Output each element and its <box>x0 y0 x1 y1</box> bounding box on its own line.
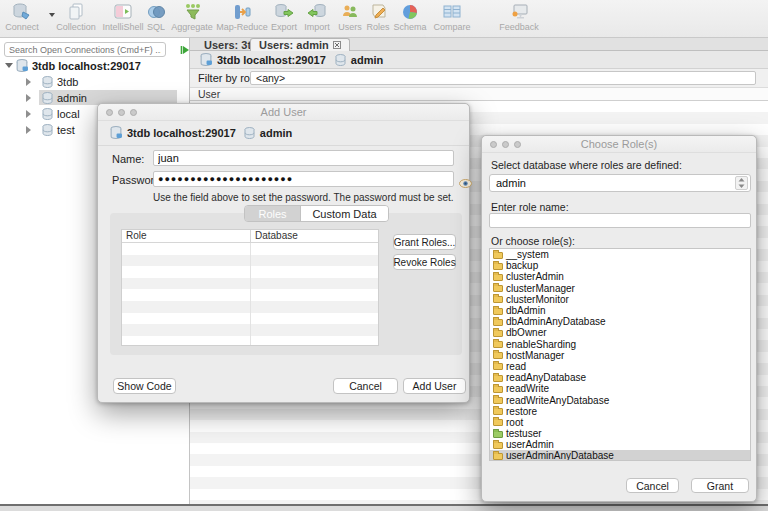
database-label: admin <box>57 92 87 104</box>
close-window-icon[interactable] <box>490 141 497 148</box>
list-item-role[interactable]: userAdmin <box>490 439 750 450</box>
chevron-right-icon[interactable] <box>26 78 31 86</box>
collection-icon <box>66 2 86 21</box>
breadcrumb-database: admin <box>260 127 292 139</box>
roles-icon <box>368 2 388 21</box>
list-item-role-testuser[interactable]: testuser <box>490 428 750 439</box>
zoom-window-icon[interactable] <box>514 141 521 148</box>
choose-roles-dialog: Choose Role(s) Select database where rol… <box>481 135 757 502</box>
list-item-role[interactable]: clusterAdmin <box>490 271 750 282</box>
toolbar-button-schema[interactable]: Schema <box>388 2 432 36</box>
chevron-down-icon[interactable] <box>5 63 13 68</box>
filter-row: Filter by role: <any> <box>190 69 768 87</box>
column-divider <box>250 243 251 345</box>
cancel-button[interactable]: Cancel <box>333 378 398 394</box>
sidebar-item-connection-root[interactable]: 3tdb localhost:29017 <box>0 58 190 73</box>
list-item-role[interactable]: hostManager <box>490 350 750 361</box>
toolbar-button-compare[interactable]: Compare <box>428 2 476 36</box>
toolbar-button-import[interactable]: Import <box>297 2 337 36</box>
revoke-roles-button[interactable]: Revoke Roles <box>393 254 456 270</box>
search-input[interactable] <box>4 42 166 57</box>
map-reduce-icon <box>232 2 252 21</box>
folder-icon <box>493 308 503 315</box>
list-item-role[interactable]: enableSharding <box>490 339 750 350</box>
folder-icon <box>493 263 503 270</box>
password-field[interactable]: ●●●●●●●●●●●●●●●●●●●●● <box>153 171 454 187</box>
add-user-button[interactable]: Add User <box>403 378 466 394</box>
close-icon[interactable] <box>333 41 341 49</box>
name-label: Name: <box>112 153 144 165</box>
chevron-right-icon[interactable] <box>26 94 31 102</box>
list-item-role[interactable]: readAnyDatabase <box>490 372 750 383</box>
cancel-button[interactable]: Cancel <box>626 478 679 493</box>
database-select[interactable]: admin <box>489 174 751 192</box>
list-item-role[interactable]: dbAdmin <box>490 305 750 316</box>
close-window-icon[interactable] <box>106 109 113 116</box>
list-item-role[interactable]: restore <box>490 406 750 417</box>
database-label: local <box>57 108 80 120</box>
choose-roles-titlebar[interactable]: Choose Role(s) <box>482 136 756 153</box>
intellishell-icon <box>113 2 133 21</box>
chevron-right-icon[interactable] <box>26 126 31 134</box>
grant-button[interactable]: Grant <box>691 478 749 493</box>
roles-list[interactable]: __system backup clusterAdmin clusterMana… <box>489 248 751 461</box>
name-field[interactable] <box>153 150 454 166</box>
list-item-role[interactable]: dbOwner <box>490 327 750 338</box>
database-column-header[interactable]: Database <box>250 230 298 242</box>
show-code-button[interactable]: Show Code <box>113 378 176 394</box>
sidebar-item-3tdb[interactable]: 3tdb <box>0 74 190 89</box>
folder-icon <box>493 397 503 404</box>
minimize-window-icon[interactable] <box>502 141 509 148</box>
server-icon <box>16 59 28 72</box>
folder-icon <box>493 274 503 281</box>
collapse-sidebar-icon[interactable] <box>180 41 190 59</box>
window-controls <box>490 141 521 148</box>
folder-icon <box>493 363 503 370</box>
aggregate-icon <box>182 2 202 21</box>
add-user-titlebar[interactable]: Add User <box>98 104 469 121</box>
chevron-right-icon[interactable] <box>26 110 31 118</box>
or-choose-roles-label: Or choose role(s): <box>491 235 575 247</box>
granted-roles-table[interactable]: Role Database <box>121 229 379 346</box>
list-item-role[interactable]: __system <box>490 249 750 260</box>
minimize-window-icon[interactable] <box>118 109 125 116</box>
filter-by-role-combobox[interactable]: <any> <box>250 71 756 85</box>
enter-role-name-label: Enter role name: <box>491 201 569 213</box>
folder-green-icon <box>493 431 503 438</box>
role-column-header[interactable]: Role <box>122 230 250 242</box>
list-item-role[interactable]: read <box>490 361 750 372</box>
tab-users-admin[interactable]: Users: admin <box>250 38 350 51</box>
connection-label: 3tdb localhost:29017 <box>32 60 141 72</box>
list-item-role[interactable]: readWrite <box>490 383 750 394</box>
dialog-title: Choose Role(s) <box>581 138 657 150</box>
database-icon <box>42 124 53 136</box>
user-column-header[interactable]: User <box>190 87 768 101</box>
folder-icon <box>493 330 503 337</box>
select-stepper-icon[interactable] <box>735 176 748 190</box>
connect-icon <box>12 2 32 21</box>
zoom-window-icon[interactable] <box>130 109 137 116</box>
show-password-eye-icon[interactable] <box>459 174 472 192</box>
list-item-role[interactable]: clusterMonitor <box>490 294 750 305</box>
feedback-icon <box>509 2 529 21</box>
list-item-role[interactable]: dbAdminAnyDatabase <box>490 316 750 327</box>
database-icon <box>42 76 53 88</box>
list-item-role[interactable]: clusterManager <box>490 283 750 294</box>
divider <box>98 145 469 146</box>
tab-custom-data[interactable]: Custom Data <box>300 206 388 221</box>
tab-roles[interactable]: Roles <box>245 206 300 221</box>
toolbar-button-connect[interactable]: Connect <box>0 2 44 36</box>
window-bottom-pad <box>0 506 768 511</box>
breadcrumb: 3tdb localhost:29017 admin <box>190 51 768 69</box>
role-name-input[interactable] <box>489 213 751 228</box>
sql-icon <box>146 2 166 21</box>
list-item-role[interactable]: readWriteAnyDatabase <box>490 394 750 405</box>
list-item-role[interactable]: root <box>490 417 750 428</box>
main-toolbar: Connect Collection IntelliShell SQL Aggr… <box>0 0 768 38</box>
toolbar-button-feedback[interactable]: Feedback <box>494 2 544 36</box>
list-item-role-selected[interactable]: userAdminAnyDatabase <box>490 450 750 461</box>
add-user-dialog: Add User 3tdb localhost:29017 admin Name… <box>97 103 470 403</box>
list-item-role[interactable]: backup <box>490 260 750 271</box>
folder-icon <box>493 419 503 426</box>
grant-roles-button[interactable]: Grant Roles... <box>393 234 456 250</box>
